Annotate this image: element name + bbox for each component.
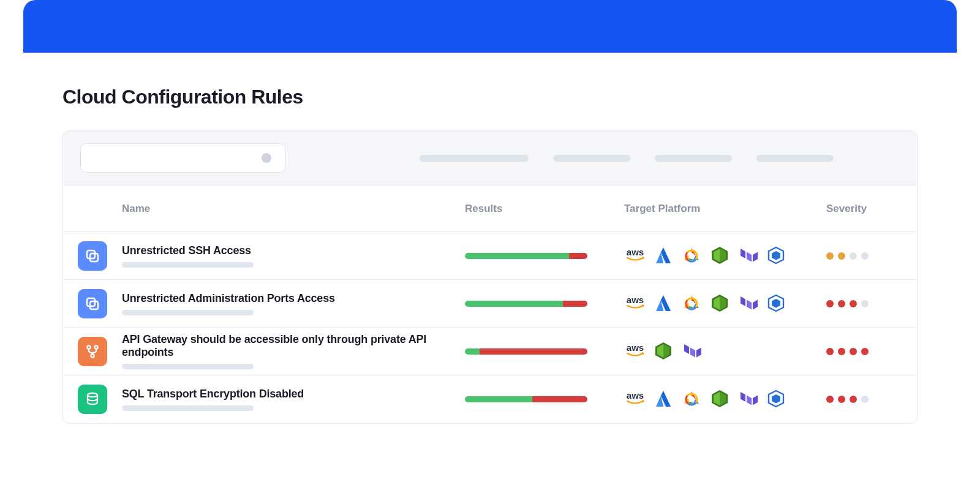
severity-dot (850, 252, 857, 260)
rule-icon-cell (63, 385, 122, 414)
table-row[interactable]: Unrestricted SSH Access (63, 232, 917, 280)
results-cell (465, 348, 624, 355)
table-row[interactable]: Unrestricted Administration Ports Access (63, 280, 917, 328)
terraform-icon[interactable] (737, 245, 759, 267)
column-name[interactable]: Name (122, 203, 465, 215)
platforms-cell (624, 340, 826, 363)
results-bar[interactable] (465, 396, 587, 402)
severity-dot (838, 252, 845, 260)
rule-name[interactable]: Unrestricted Administration Ports Access (122, 292, 450, 305)
azure-icon[interactable] (652, 245, 674, 267)
results-bar[interactable] (465, 253, 587, 259)
azure-icon[interactable] (652, 388, 674, 410)
terraform-icon[interactable] (680, 340, 703, 363)
results-fail-segment (569, 253, 587, 259)
top-banner (23, 0, 957, 53)
severity-dot (850, 396, 857, 403)
severity-cell[interactable] (826, 396, 918, 403)
severity-dot (826, 252, 834, 260)
app-frame: Cloud Configuration Rules Name Results T… (23, 0, 957, 480)
severity-cell[interactable] (826, 300, 918, 307)
terraform-icon[interactable] (737, 293, 759, 315)
page-title: Cloud Configuration Rules (62, 86, 918, 108)
toolbar-filters (310, 155, 900, 162)
filter-placeholder[interactable] (553, 155, 630, 162)
rule-subtext-placeholder (122, 364, 254, 369)
severity-dot (861, 396, 869, 403)
shield-icon[interactable] (652, 340, 674, 363)
toolbar (63, 131, 917, 186)
severity-dot (861, 300, 869, 307)
branch-icon (78, 337, 107, 366)
results-cell (465, 396, 624, 402)
aws-icon[interactable] (624, 340, 646, 363)
severity-dot (826, 300, 834, 307)
rule-name-cell: SQL Transport Encryption Disabled (122, 388, 465, 411)
platforms-cell (624, 293, 826, 315)
search-indicator-icon (262, 153, 271, 163)
aws-icon[interactable] (624, 245, 646, 267)
table-row[interactable]: SQL Transport Encryption Disabled (63, 375, 917, 423)
shield-icon[interactable] (709, 293, 731, 315)
severity-dot (826, 396, 834, 403)
results-ok-segment (465, 301, 563, 307)
cube-icon[interactable] (765, 388, 787, 410)
rule-name[interactable]: Unrestricted SSH Access (122, 244, 450, 257)
aws-icon[interactable] (624, 388, 646, 410)
results-ok-segment (465, 348, 480, 355)
column-severity[interactable]: Severity (826, 203, 918, 215)
gcp-icon[interactable] (680, 293, 703, 315)
results-fail-segment (532, 396, 587, 402)
table-header: Name Results Target Platform Severity (63, 186, 917, 232)
rule-subtext-placeholder (122, 262, 254, 268)
rules-card: Name Results Target Platform Severity Un… (62, 130, 918, 424)
results-bar[interactable] (465, 348, 587, 355)
platforms-cell (624, 388, 826, 410)
severity-dot (861, 252, 869, 260)
rule-name[interactable]: SQL Transport Encryption Disabled (122, 388, 450, 401)
severity-dot (850, 348, 857, 355)
results-bar[interactable] (465, 301, 587, 307)
database-icon (78, 385, 107, 414)
column-results[interactable]: Results (465, 203, 624, 215)
severity-cell[interactable] (826, 252, 918, 260)
copy-icon (78, 241, 107, 271)
rule-name[interactable]: API Gateway should be accessible only th… (122, 333, 450, 359)
terraform-icon[interactable] (737, 388, 759, 410)
platforms-cell (624, 245, 826, 267)
shield-icon[interactable] (709, 245, 731, 267)
results-fail-segment (563, 301, 587, 307)
severity-dot (850, 300, 857, 307)
filter-placeholder[interactable] (655, 155, 732, 162)
search-input[interactable] (80, 143, 285, 173)
results-ok-segment (465, 396, 532, 402)
filter-placeholder[interactable] (756, 155, 834, 162)
severity-dot (838, 396, 845, 403)
gcp-icon[interactable] (680, 388, 703, 410)
page-content: Cloud Configuration Rules Name Results T… (23, 53, 957, 424)
severity-dot (826, 348, 834, 355)
azure-icon[interactable] (652, 293, 674, 315)
results-cell (465, 253, 624, 259)
table-row[interactable]: API Gateway should be accessible only th… (63, 328, 917, 375)
rule-name-cell: Unrestricted Administration Ports Access (122, 292, 465, 315)
results-fail-segment (480, 348, 587, 355)
aws-icon[interactable] (624, 293, 646, 315)
severity-dot (838, 300, 845, 307)
gcp-icon[interactable] (680, 245, 703, 267)
severity-cell[interactable] (826, 348, 918, 355)
rule-icon-cell (63, 241, 122, 271)
shield-icon[interactable] (709, 388, 731, 410)
filter-placeholder[interactable] (420, 155, 529, 162)
severity-dot (861, 348, 869, 355)
rule-name-cell: Unrestricted SSH Access (122, 244, 465, 268)
rule-subtext-placeholder (122, 310, 254, 315)
cube-icon[interactable] (765, 293, 787, 315)
table-body: Unrestricted SSH AccessUnrestricted Admi… (63, 232, 917, 423)
cube-icon[interactable] (765, 245, 787, 267)
results-cell (465, 301, 624, 307)
copy-icon (78, 289, 107, 318)
rule-subtext-placeholder (122, 405, 254, 411)
rule-name-cell: API Gateway should be accessible only th… (122, 333, 465, 369)
column-target-platform[interactable]: Target Platform (624, 203, 826, 215)
